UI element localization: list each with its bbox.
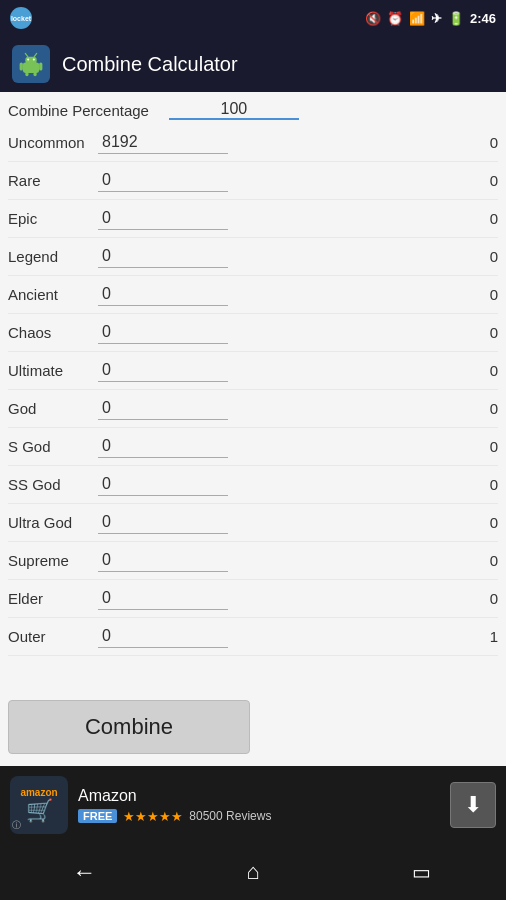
grade-label: Rare (8, 172, 98, 189)
table-row: Epic 0 (8, 200, 498, 238)
grade-input[interactable] (98, 549, 228, 572)
table-row: Ultra God 0 (8, 504, 498, 542)
table-row: Rare 0 (8, 162, 498, 200)
grade-result: 0 (468, 324, 498, 341)
grade-label: SS God (8, 476, 98, 493)
grade-input[interactable] (98, 321, 228, 344)
svg-line-4 (25, 53, 27, 56)
grade-label: Chaos (8, 324, 98, 341)
grades-table: Uncommon 0 Rare 0 Epic 0 Legend 0 Ancien… (0, 124, 506, 690)
app-icon (12, 45, 50, 83)
grade-label: Uncommon (8, 134, 98, 151)
ad-title: Amazon (78, 787, 440, 805)
grade-input[interactable] (98, 169, 228, 192)
grade-label: Legend (8, 248, 98, 265)
grade-label: S God (8, 438, 98, 455)
table-row: S God 0 (8, 428, 498, 466)
grade-label: Ultra God (8, 514, 98, 531)
app-header: Combine Calculator (0, 36, 506, 92)
grade-result: 1 (468, 628, 498, 645)
back-button[interactable]: ← (54, 852, 114, 892)
table-row: Supreme 0 (8, 542, 498, 580)
grade-input[interactable] (98, 283, 228, 306)
main-content: Combine Percentage Uncommon 0 Rare 0 Epi… (0, 92, 506, 766)
grade-input[interactable] (98, 245, 228, 268)
grade-label: Ultimate (8, 362, 98, 379)
nav-bar: ← ⌂ ▭ (0, 844, 506, 900)
ad-logo: amazon 🛒 ⓘ (10, 776, 68, 834)
android-icon (18, 51, 44, 77)
grade-input[interactable] (98, 511, 228, 534)
svg-rect-9 (33, 72, 36, 76)
combine-percentage-input[interactable] (169, 100, 299, 120)
svg-rect-6 (20, 62, 23, 70)
battery-icon: 🔋 (448, 11, 464, 26)
grade-result: 0 (468, 400, 498, 417)
table-row: God 0 (8, 390, 498, 428)
status-bar-left: locket (10, 7, 32, 29)
svg-point-3 (33, 58, 35, 60)
grade-label: Ancient (8, 286, 98, 303)
locket-app-icon: locket (10, 7, 32, 29)
recents-button[interactable]: ▭ (392, 852, 452, 892)
ad-cart-icon: 🛒 (26, 798, 53, 824)
grade-input[interactable] (98, 435, 228, 458)
table-row: Chaos 0 (8, 314, 498, 352)
grade-input[interactable] (98, 587, 228, 610)
grade-label: Outer (8, 628, 98, 645)
svg-rect-7 (39, 62, 42, 70)
grade-input[interactable] (98, 397, 228, 420)
ad-meta: FREE ★★★★★ 80500 Reviews (78, 809, 440, 824)
grade-label: Epic (8, 210, 98, 227)
status-bar-right: 🔇 ⏰ 📶 ✈ 🔋 2:46 (365, 11, 496, 26)
table-row: Ancient 0 (8, 276, 498, 314)
time-display: 2:46 (470, 11, 496, 26)
grade-result: 0 (468, 362, 498, 379)
table-row: Outer 1 (8, 618, 498, 656)
ad-reviews: 80500 Reviews (189, 809, 271, 823)
combine-percentage-row: Combine Percentage (0, 92, 506, 124)
table-row: Uncommon 0 (8, 124, 498, 162)
table-row: Ultimate 0 (8, 352, 498, 390)
mute-icon: 🔇 (365, 11, 381, 26)
table-row: Elder 0 (8, 580, 498, 618)
ad-amazon-text: amazon (20, 787, 57, 798)
grade-label: Supreme (8, 552, 98, 569)
grade-result: 0 (468, 476, 498, 493)
status-bar: locket 🔇 ⏰ 📶 ✈ 🔋 2:46 (0, 0, 506, 36)
grade-input[interactable] (98, 207, 228, 230)
combine-button[interactable]: Combine (8, 700, 250, 754)
grade-result: 0 (468, 590, 498, 607)
grade-input[interactable] (98, 625, 228, 648)
grade-result: 0 (468, 248, 498, 265)
grade-result: 0 (468, 286, 498, 303)
svg-rect-8 (25, 72, 28, 76)
svg-point-2 (27, 58, 29, 60)
svg-rect-1 (25, 57, 36, 64)
grade-result: 0 (468, 172, 498, 189)
grade-label: God (8, 400, 98, 417)
ad-banner: amazon 🛒 ⓘ Amazon FREE ★★★★★ 80500 Revie… (0, 766, 506, 844)
grade-input[interactable] (98, 473, 228, 496)
combine-percentage-label: Combine Percentage (8, 102, 149, 119)
svg-line-5 (34, 53, 36, 56)
grade-label: Elder (8, 590, 98, 607)
ad-stars: ★★★★★ (123, 809, 183, 824)
airplane-icon: ✈ (431, 11, 442, 26)
grade-result: 0 (468, 552, 498, 569)
ad-text-area: Amazon FREE ★★★★★ 80500 Reviews (78, 787, 440, 824)
table-row: Legend 0 (8, 238, 498, 276)
ad-info-icon: ⓘ (12, 819, 21, 832)
grade-result: 0 (468, 134, 498, 151)
alarm-icon: ⏰ (387, 11, 403, 26)
grade-result: 0 (468, 514, 498, 531)
grade-input[interactable] (98, 359, 228, 382)
grade-result: 0 (468, 210, 498, 227)
ad-download-button[interactable]: ⬇ (450, 782, 496, 828)
home-button[interactable]: ⌂ (223, 852, 283, 892)
grade-result: 0 (468, 438, 498, 455)
grade-input[interactable] (98, 131, 228, 154)
combine-button-area: Combine (0, 690, 506, 766)
ad-free-badge: FREE (78, 809, 117, 823)
table-row: SS God 0 (8, 466, 498, 504)
